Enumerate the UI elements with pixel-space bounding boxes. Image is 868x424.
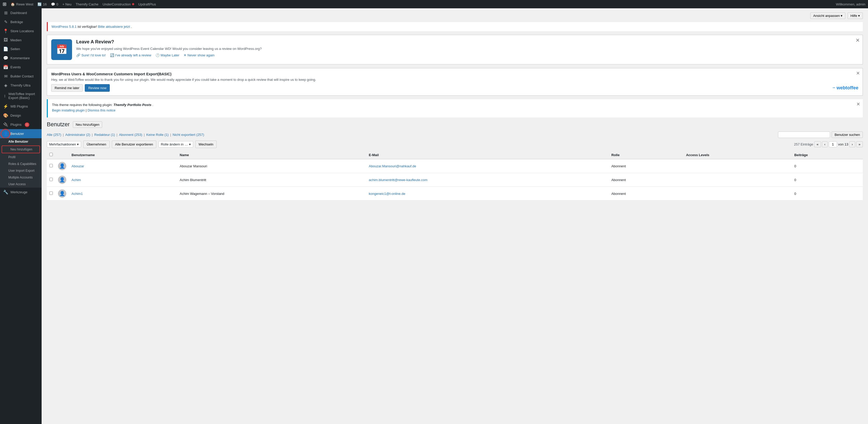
sidebar-item-roles-capabilities[interactable]: Roles & Capabilities [0,161,41,167]
switch-button[interactable]: Wechseln [195,140,217,148]
avatar: 👤 [58,162,66,170]
select-all-checkbox[interactable] [50,153,53,156]
pending-count[interactable]: 🔄 16 [37,2,46,6]
sidebar-item-neu-hinzufuegen[interactable]: Neu hinzufügen [2,145,40,153]
sidebar-item-kommentare[interactable]: 💬 Kommentare [0,54,41,63]
tools-icon: 🔧 [3,190,8,195]
sidebar-item-beitraege[interactable]: ✎ Beiträge [0,18,41,27]
maybe-later-link[interactable]: 🕐 Maybe Later [155,53,179,57]
email-link-2[interactable]: achim.blumentritt@rewe-kaufleute.com [369,178,428,182]
filter-keine-rolle[interactable]: Keine Rolle (1) [146,133,168,137]
sidebar-item-seiten[interactable]: 📄 Seiten [0,44,41,54]
sidebar-item-store-locations[interactable]: 📍 Store Locations [0,27,41,36]
themify-icon: ◈ [3,83,8,88]
update-now-link[interactable]: Bitte aktualisiere jetzt [98,25,130,29]
wp-logo[interactable]: ⊞ [3,1,6,7]
woo-notice-description: Hey, we at WebToffee would like to thank… [51,78,858,81]
email-link-3[interactable]: kongeneic1@t-online.de [369,192,405,196]
username-link-3[interactable]: Achim1 [71,192,83,196]
wp-version-link[interactable]: WordPress 5.8.1 [52,25,77,29]
review-now-button[interactable]: Review now [85,84,110,92]
sidebar: ⊞ Dashboard ✎ Beiträge 📍 Store Locations… [0,8,41,424]
install-plugin-link[interactable]: Begin installing plugin [52,108,85,112]
sidebar-item-dashboard[interactable]: ⊞ Dashboard [0,8,41,18]
sidebar-item-builder-contact[interactable]: ✉ Builder Contact [0,72,41,81]
never-show-link[interactable]: ✕ Never show again [184,53,215,57]
main-content: Ansicht anpassen ▾ Hilfe ▾ WordPress 5.8… [41,8,868,424]
design-icon: 🎨 [3,113,8,118]
user-search-button[interactable]: Benutzer suchen [832,131,863,138]
sidebar-item-multiple-accounts[interactable]: Multiple Accounts [0,174,41,181]
username-link-1[interactable]: Abouzar [71,164,84,168]
sidebar-item-alle-benutzer[interactable]: Alle Benutzer [0,138,41,145]
sidebar-item-user-access[interactable]: User Access [0,181,41,188]
plugins-badge: 11 [25,122,29,127]
add-user-button[interactable]: Neu hinzufügen [73,121,102,128]
row-checkbox-1[interactable] [50,164,53,167]
remind-later-button[interactable]: Remind me later [51,84,83,92]
sidebar-item-medien[interactable]: 🖼 Medien [0,36,41,44]
access-cell-2 [683,173,792,187]
first-page-button[interactable]: « [814,141,821,147]
sidebar-item-plugins[interactable]: 🔌 Plugins 11 [0,120,41,129]
review-close-button[interactable]: ✕ [856,38,860,43]
filter-redakteur[interactable]: Redakteur (1) [94,133,115,137]
apply-button[interactable]: Übernehmen [83,140,110,148]
sidebar-item-user-import-export[interactable]: User Import Export [0,167,41,174]
filter-administrator[interactable]: Administrator (2) [65,133,90,137]
name-cell-1: Abouzar Mansouri [177,159,366,173]
comments[interactable]: 💬 0 [51,2,58,6]
woo-notice-actions: Remind me later Review now ·· webtoffee [51,84,858,92]
events-icon: 📅 [3,65,8,70]
updraft-plus[interactable]: UpdraftPlus [138,2,156,6]
prev-page-button[interactable]: ‹ [822,141,828,147]
filter-abonnent[interactable]: Abonnent (253) [119,133,142,137]
table-row: 👤 Achim1 Achim Wagemann – Vorstand konge… [47,187,863,201]
role-cell-1: Abonnent [609,159,683,173]
export-all-button[interactable]: Alle Benutzer exportieren [112,140,157,148]
new-content[interactable]: + Neu [62,2,71,6]
user-search-input[interactable] [778,131,830,138]
already-reviewed-link[interactable]: 🔄 I've already left a review [110,53,151,57]
dashboard-icon: ⊞ [3,10,8,15]
access-cell-3 [683,187,792,201]
woo-notice-close[interactable]: ✕ [856,70,860,76]
bulk-actions-dropdown[interactable]: Mehrfachaktionen ▾ [47,141,81,148]
sidebar-item-profil[interactable]: Profil [0,154,41,161]
table-row: 👤 Abouzar Abouzar Mansouri Abouzar.Manso… [47,159,863,173]
themify-cache[interactable]: Themify Cache [76,2,98,6]
change-role-dropdown[interactable]: Rolle ändern in … ▾ [158,141,193,148]
sidebar-item-design[interactable]: 🎨 Design [0,111,41,120]
filter-all[interactable]: Alle (257) [47,133,61,137]
next-page-button[interactable]: › [849,141,855,147]
review-calendar-icon: 📅 [51,39,72,60]
sidebar-item-benutzer[interactable]: 👤 Benutzer [0,129,41,138]
sidebar-item-events[interactable]: 📅 Events [0,63,41,72]
welcome-user[interactable]: Willkommen, admin [836,2,865,6]
plugin-notice-actions: Begin installing plugin | Dismiss this n… [52,108,859,112]
name-cell-2: Achim Blumentritt [177,173,366,187]
current-page-input[interactable] [829,141,837,147]
ansicht-anpassen-button[interactable]: Ansicht anpassen ▾ [810,12,845,19]
avatar: 👤 [58,175,66,184]
table-row: 👤 Achim Achim Blumentritt achim.blumentr… [47,173,863,187]
sidebar-item-webtoffee[interactable]: ↕ WebToffee Import Export (Basic) [0,90,41,102]
row-checkbox-2[interactable] [50,178,53,181]
under-construction[interactable]: UnderConstruction [102,2,134,6]
page-title: Benutzer [47,121,70,128]
row-checkbox-3[interactable] [50,192,53,195]
sure-link[interactable]: 🔗 Sure! I'd love to! [76,53,106,57]
users-table: Benutzername Name E-Mail Rolle Access Le… [47,151,863,201]
hilfe-button[interactable]: Hilfe ▾ [847,12,863,19]
filter-nicht-exportiert[interactable]: Nicht exportiert (257) [173,133,204,137]
sidebar-item-werkzeuge[interactable]: 🔧 Werkzeuge [0,188,41,197]
email-link-1[interactable]: Abouzar.Mansouri@nahkauf.de [369,164,416,168]
plugin-notice-close[interactable]: ✕ [856,101,860,107]
site-name[interactable]: 🏠 Rewe West [11,2,33,6]
dismiss-notice-link[interactable]: Dismiss this notice [87,108,116,112]
import-export-icon: ↕ [3,94,6,98]
username-link-2[interactable]: Achim [71,178,81,182]
last-page-button[interactable]: » [856,141,863,147]
sidebar-item-wb-plugins[interactable]: ⚡ WB Plugins [0,102,41,111]
sidebar-item-themify-ultra[interactable]: ◈ Themify Ultra [0,81,41,90]
